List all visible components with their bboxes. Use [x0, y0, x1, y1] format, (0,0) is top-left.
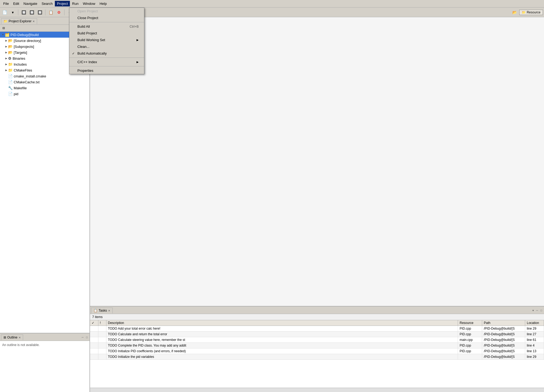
- menu-help[interactable]: Help: [97, 1, 109, 6]
- menu-search[interactable]: Search: [40, 1, 55, 6]
- col-header-check[interactable]: ✓: [90, 320, 98, 326]
- menu-edit[interactable]: Edit: [11, 1, 21, 6]
- cell-description: TODO Initialize PID coefficients (and er…: [106, 348, 458, 354]
- minimize-tasks[interactable]: ─: [535, 309, 539, 312]
- menu-project[interactable]: Project: [55, 1, 70, 6]
- menu-file[interactable]: File: [1, 1, 11, 6]
- tasks-icon: 📋: [94, 309, 98, 312]
- project-icon: 🗂️: [5, 33, 9, 37]
- toolbar-btn-5[interactable]: 📋: [47, 9, 54, 16]
- menu-navigate[interactable]: Navigate: [21, 1, 39, 6]
- new-button[interactable]: 📄: [1, 9, 8, 16]
- cell-resource: PID.cpp: [458, 326, 482, 332]
- toolbar-btn-4[interactable]: 🔲: [36, 9, 43, 16]
- expand-subprojects-icon[interactable]: ▶: [4, 45, 8, 48]
- tree-cmakecache[interactable]: 📄 CMakeCache.txt: [0, 79, 90, 85]
- tasks-tabbar: 📋 Tasks ✕ ▾ ─ □: [90, 307, 544, 314]
- toolbar-btn-6[interactable]: ⚙: [55, 9, 62, 16]
- cell-location: line 27: [525, 332, 544, 337]
- table-row[interactable]: TODO Calculate steering value here, reme…: [90, 337, 544, 343]
- tab-tasks[interactable]: 📋 Tasks ✕: [91, 308, 113, 313]
- collapse-all-btn[interactable]: ⊟: [1, 25, 6, 31]
- table-row[interactable]: TODO Calculate and return the total erro…: [90, 332, 544, 337]
- menu-build-all[interactable]: Build All Ctrl+B: [69, 23, 144, 30]
- toolbar-btn-2[interactable]: 🔲: [20, 9, 27, 16]
- cell-priority: [98, 343, 106, 348]
- menu-close-project[interactable]: Close Project: [69, 15, 144, 21]
- menu-open-project[interactable]: Open Project: [69, 8, 144, 15]
- expand-source-icon[interactable]: ▶: [4, 39, 8, 42]
- close-project-label: Close Project: [77, 16, 98, 20]
- tree-makefile[interactable]: 🔧 Makefile: [0, 85, 90, 91]
- build-project-label: Build Project: [77, 31, 97, 35]
- table-row[interactable]: TODO Complete the PID class. You may add…: [90, 343, 544, 348]
- tab-project-explorer[interactable]: 📁 Project Explorer ✕: [1, 18, 37, 24]
- menu-build-automatically[interactable]: Build Automatically: [69, 50, 144, 57]
- menu-properties[interactable]: Properties: [69, 67, 144, 74]
- maximize-outline[interactable]: □: [85, 336, 88, 339]
- col-header-priority[interactable]: !: [98, 320, 106, 326]
- expand-binaries-icon[interactable]: ▶: [4, 57, 8, 60]
- targets-label: [Targets]: [14, 51, 27, 55]
- text-file-icon: 📄: [8, 80, 13, 84]
- tasks-scroll-area[interactable]: ✓ ! Description Resource Path Location: [90, 320, 544, 388]
- build-all-shortcut: Ctrl+B: [130, 25, 139, 28]
- menu-clean[interactable]: Clean...: [69, 43, 144, 50]
- outline-panel: ⊞ Outline ✕ ─ □ An outline is not availa…: [0, 333, 90, 392]
- menu-build-working-set[interactable]: Build Working Set: [69, 37, 144, 43]
- binaries-label: Binaries: [13, 56, 25, 60]
- outline-controls: ─ □: [81, 336, 88, 339]
- project-tree[interactable]: ▼ 🗂️ PID-Debug@build ▶ 📂 [Source directo…: [0, 32, 90, 333]
- maximize-tasks[interactable]: □: [540, 309, 543, 312]
- cmakefiles-icon: 📁: [8, 68, 13, 72]
- cell-path: /PID-Debug@build/[S: [482, 354, 525, 360]
- editor-area: 📋 Tasks ✕ ▾ ─ □ 7 items: [90, 17, 544, 392]
- col-header-location[interactable]: Location: [525, 320, 544, 326]
- cell-description: TODO Calculate steering value here, reme…: [106, 337, 458, 343]
- new-dropdown[interactable]: ▾: [9, 9, 16, 16]
- table-row[interactable]: TODO Add your total error calc here! PID…: [90, 326, 544, 332]
- menu-run[interactable]: Run: [70, 1, 81, 6]
- pid-file-icon: 📄: [8, 92, 13, 96]
- makefile-label: Makefile: [14, 86, 27, 90]
- menu-cpp-index[interactable]: C/C++ Index: [69, 59, 144, 65]
- toolbar-right: 📂 📁 Resource: [511, 9, 543, 16]
- cell-location: line 4: [525, 343, 544, 348]
- expand-targets-icon[interactable]: ▶: [4, 51, 8, 54]
- tasks-item-count: 7 items: [90, 314, 544, 320]
- perspective-resource-btn[interactable]: 📁 Resource: [519, 10, 543, 15]
- tasks-dropdown-btn[interactable]: ▾: [532, 309, 535, 312]
- minimize-outline[interactable]: ─: [81, 336, 84, 339]
- col-header-resource[interactable]: Resource: [458, 320, 482, 326]
- table-row[interactable]: TODO Initialize the pid variables /PID-D…: [90, 354, 544, 360]
- project-explorer-tab-label: Project Explorer: [9, 19, 31, 23]
- toolbar-btn-3[interactable]: 🔲: [28, 9, 35, 16]
- tasks-table: ✓ ! Description Resource Path Location: [90, 320, 544, 360]
- outline-close-icon[interactable]: ✕: [19, 336, 21, 339]
- editor-main[interactable]: [90, 17, 544, 306]
- tab-outline[interactable]: ⊞ Outline ✕: [1, 334, 23, 340]
- col-header-description[interactable]: Description: [106, 320, 458, 326]
- tasks-close-icon[interactable]: ✕: [108, 309, 110, 312]
- perspective-icon: 📁: [522, 10, 526, 14]
- cell-description: TODO Initialize the pid variables: [106, 354, 458, 360]
- expand-cmakefiles-icon[interactable]: ▶: [4, 69, 8, 72]
- expand-project-icon[interactable]: ▼: [1, 33, 5, 36]
- col-header-path[interactable]: Path: [482, 320, 525, 326]
- project-explorer-close-icon[interactable]: ✕: [33, 20, 35, 23]
- menu-bar: File Edit Navigate Search Project Run Wi…: [0, 0, 544, 8]
- menu-build-project[interactable]: Build Project: [69, 30, 144, 37]
- outline-empty-message: An outline is not available.: [2, 343, 40, 347]
- expand-includes-icon[interactable]: ▶: [4, 63, 8, 66]
- tasks-scrollbar-horizontal[interactable]: [90, 388, 544, 392]
- menu-window[interactable]: Window: [81, 1, 97, 6]
- cmakecache-label: CMakeCache.txt: [14, 80, 40, 84]
- table-row[interactable]: TODO Initialize PID coefficients (and er…: [90, 348, 544, 354]
- properties-label: Properties: [77, 69, 93, 73]
- tree-pid[interactable]: 📄 pid: [0, 91, 90, 97]
- cell-resource: [458, 354, 482, 360]
- cell-priority: [98, 348, 106, 354]
- open-type-btn[interactable]: 📂: [511, 9, 518, 16]
- source-dir-label: [Source directory]: [14, 39, 41, 43]
- cell-check: [90, 354, 98, 360]
